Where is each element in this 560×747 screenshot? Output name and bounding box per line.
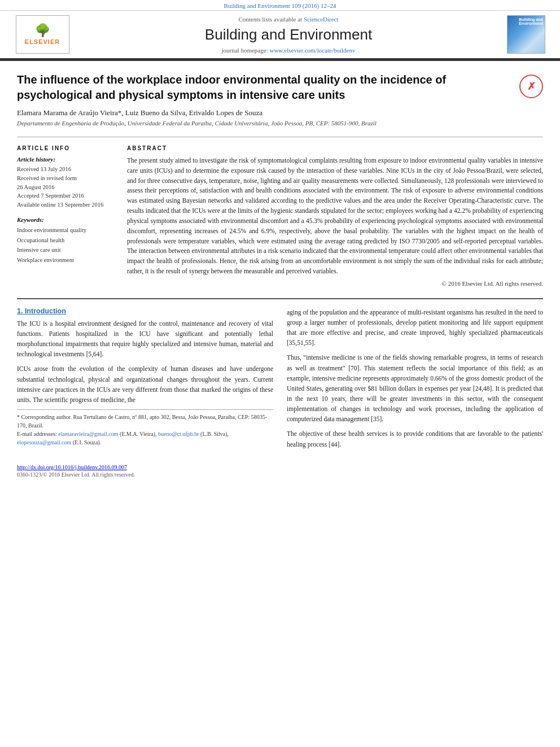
- elsevier-tree-icon: 🌳: [35, 24, 50, 37]
- abstract-text: The present study aimed to investigate t…: [127, 156, 543, 277]
- publisher-logo-area: 🌳 ELSEVIER: [11, 15, 73, 54]
- journal-header-center: Contents lists available at ScienceDirec…: [73, 16, 504, 54]
- keyword-1: Indoor environmental quality: [17, 225, 116, 235]
- article-title-section: The influence of the workplace indoor en…: [0, 67, 560, 134]
- doi-link[interactable]: http://dx.doi.org/10.1016/j.buildenv.201…: [17, 464, 127, 470]
- email-link-3[interactable]: elopesouza@gmail.com: [17, 439, 71, 445]
- abstract-column: Abstract The present study aimed to inve…: [127, 145, 543, 287]
- doi-line: http://dx.doi.org/10.1016/j.buildenv.201…: [0, 462, 560, 471]
- body-para-2: ICUs arose from the evolution of the com…: [17, 364, 273, 405]
- copyright-line: © 2016 Elsevier Ltd. All rights reserved…: [127, 280, 543, 287]
- info-abstract-section: Article Info Article history: Received 1…: [0, 139, 560, 292]
- article-history: Article history: Received 13 July 2016 R…: [17, 156, 116, 209]
- article-title-text-area: The influence of the workplace indoor en…: [17, 72, 514, 130]
- body-right-col: aging of the population and the appearan…: [287, 307, 543, 454]
- keywords-section: Keywords: Indoor environmental quality O…: [17, 216, 116, 265]
- homepage-line: journal homepage: www.elsevier.com/locat…: [73, 47, 504, 54]
- keyword-3: Intensive care unit: [17, 245, 116, 255]
- journal-cover-thumbnail: Building andEnvironment: [507, 15, 545, 54]
- body-para-5: The objective of these health services i…: [287, 429, 543, 449]
- footnote-corresponding: * Corresponding author. Rua Tertuliano d…: [17, 413, 273, 430]
- available-online-date: Available online 13 September 2016: [17, 200, 116, 209]
- contents-available-line: Contents lists available at ScienceDirec…: [73, 16, 504, 23]
- body-para-1-text: The ICU is a hospital environment design…: [17, 320, 273, 357]
- article-info-column: Article Info Article history: Received 1…: [17, 145, 116, 287]
- email-3-name: (E.I. Souza).: [73, 439, 102, 445]
- received-revised-label: Received in revised form: [17, 174, 116, 183]
- elsevier-wordmark: ELSEVIER: [25, 38, 60, 45]
- body-para-4: Thus, "intensive medicine is one of the …: [287, 352, 543, 424]
- crossmark-icon: ✗: [527, 80, 536, 93]
- journal-header: 🌳 ELSEVIER Contents lists available at S…: [0, 11, 560, 59]
- journal-title: Building and Environment: [73, 26, 504, 43]
- footnote-section: * Corresponding author. Rua Tertuliano d…: [17, 409, 273, 447]
- body-para-3-text: aging of the population and the appearan…: [287, 309, 543, 346]
- article-title: The influence of the workplace indoor en…: [17, 72, 514, 103]
- history-heading: Article history:: [17, 156, 116, 163]
- authors-text: Elamara Marama de Araújo Vieira*, Luiz B…: [17, 108, 262, 117]
- footnote-emails: E-mail addresses: elamaravieira@gmail.co…: [17, 430, 273, 447]
- journal-reference-bar: Building and Environment 109 (2016) 12–2…: [0, 0, 560, 11]
- email-link-1[interactable]: elamaravieira@gmail.com: [58, 431, 118, 437]
- elsevier-logo-box: 🌳 ELSEVIER: [16, 15, 69, 54]
- intro-heading: 1. Introduction: [17, 307, 273, 315]
- title-divider: [17, 137, 543, 137]
- accepted-date: Accepted 7 September 2016: [17, 191, 116, 200]
- abstract-heading: Abstract: [127, 145, 543, 151]
- body-para-1: The ICU is a hospital environment design…: [17, 318, 273, 360]
- keywords-heading: Keywords:: [17, 216, 116, 223]
- article-authors: Elamara Marama de Araújo Vieira*, Luiz B…: [17, 108, 514, 117]
- received-revised-date: 26 August 2016: [17, 183, 116, 192]
- email-1-name: (E.M.A. Vieira),: [120, 431, 157, 437]
- body-para-5-text: The objective of these health services i…: [287, 430, 543, 447]
- body-para-2-text: ICUs arose from the evolution of the com…: [17, 365, 273, 403]
- homepage-label: journal homepage:: [222, 47, 268, 54]
- homepage-link[interactable]: www.elsevier.com/locate/buildenv: [269, 47, 355, 54]
- body-section: 1. Introduction The ICU is a hospital en…: [0, 299, 560, 462]
- body-para-3: aging of the population and the appearan…: [287, 307, 543, 348]
- body-left-col: 1. Introduction The ICU is a hospital en…: [17, 307, 273, 454]
- received-date: Received 13 July 2016: [17, 165, 116, 174]
- email-link-2[interactable]: bueno@ct.ufpb.br: [158, 431, 199, 437]
- crossmark-badge[interactable]: ✗: [519, 75, 543, 98]
- issn-line: 0360-1323/© 2016 Elsevier Ltd. All right…: [0, 471, 560, 481]
- journal-ref-text: Building and Environment 109 (2016) 12–2…: [224, 2, 336, 9]
- contents-text: Contents lists available at: [238, 16, 302, 23]
- sciencedirect-link[interactable]: ScienceDirect: [304, 16, 339, 23]
- journal-thumbnail-area: Building andEnvironment: [504, 15, 549, 54]
- body-para-4-text: Thus, "intensive medicine is one of the …: [287, 354, 543, 422]
- header-divider: [0, 59, 560, 61]
- keyword-4: Workplace environment: [17, 255, 116, 265]
- email-label: E-mail addresses:: [17, 431, 57, 437]
- email-2-name: (L.B. Silva),: [200, 431, 229, 437]
- keyword-2: Occupational health: [17, 235, 116, 246]
- article-info-heading: Article Info: [17, 145, 116, 151]
- article-affiliation: Departamento de Engenharia de Produção, …: [17, 120, 514, 126]
